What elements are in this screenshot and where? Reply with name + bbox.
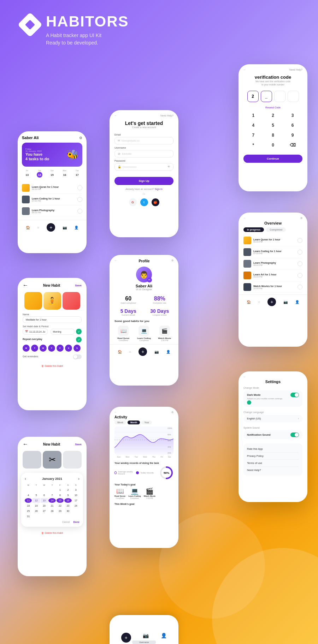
cal-day-sat[interactable]: Sat 14 xyxy=(34,169,45,178)
ov-checkbox[interactable] xyxy=(298,238,302,243)
avatar-edit-button[interactable]: ✏ xyxy=(147,278,152,282)
day-t[interactable]: T xyxy=(31,345,38,352)
cal-day-13[interactable]: 13 xyxy=(41,498,48,503)
cal-day-16[interactable]: 16 xyxy=(64,498,71,503)
cal-day-mon[interactable]: Mon 16 xyxy=(59,169,70,178)
numpad-1[interactable]: 1 xyxy=(243,112,263,119)
password-input[interactable]: 🔒 •••••••••••••••• 👁 xyxy=(114,163,173,171)
save-button[interactable]: Save xyxy=(75,443,82,446)
cal-day-11[interactable]: 11 xyxy=(25,498,32,503)
help-link[interactable]: Need Help? xyxy=(247,467,299,473)
back-icon[interactable]: ← xyxy=(243,217,246,220)
privacy-link[interactable]: Privacy Policy xyxy=(247,453,299,460)
task-item[interactable]: Learn Photography 08:00 PM xyxy=(22,205,82,217)
partial-profile-icon[interactable]: 👤 xyxy=(161,633,167,643)
nav-add-button[interactable]: + xyxy=(139,347,147,356)
nav-add-button[interactable]: + xyxy=(47,223,55,232)
email-input[interactable]: ✉ Nreeqastudio.co xyxy=(114,137,173,144)
cal-day-4[interactable]: 4 xyxy=(25,493,32,497)
back-icon[interactable]: ← xyxy=(114,114,117,117)
cal-day-26[interactable]: 26 xyxy=(33,509,40,513)
cal-day-7[interactable]: 7 xyxy=(48,493,55,497)
tg-quran[interactable]: 📖 Read Quran Completed xyxy=(114,487,125,499)
cal-day-31[interactable]: 31 xyxy=(25,514,32,519)
cal-day-20[interactable]: 20 xyxy=(41,503,48,508)
numpad-backspace[interactable]: ⌫ xyxy=(283,141,302,149)
signin-action[interactable]: Sign In xyxy=(155,188,163,190)
task-checkbox[interactable] xyxy=(77,197,82,202)
cal-day-12[interactable]: 12 xyxy=(33,498,40,503)
task-item[interactable]: Learn Coding for 1 hour 07:00 PM xyxy=(22,194,82,205)
tg-coding[interactable]: 💻 Learn Coding Completed xyxy=(128,487,141,499)
back-icon[interactable]: ← xyxy=(114,411,117,414)
numpad-star[interactable]: * xyxy=(243,141,263,149)
code-box-4[interactable] xyxy=(288,91,299,102)
cal-day-3[interactable]: 3 xyxy=(72,488,80,492)
cal-day-tue[interactable]: Tue 17 xyxy=(72,169,82,178)
cal-day-18[interactable]: 18 xyxy=(25,503,32,508)
cal-day-14[interactable]: 14 xyxy=(48,498,55,503)
nav-photo-icon[interactable]: 📷 xyxy=(154,350,159,354)
apple-button[interactable]: 🍎 xyxy=(152,198,159,206)
numpad-2[interactable]: 2 xyxy=(263,112,283,119)
ov-task-item[interactable]: Learn Coding for 1 hour 07:00 PM xyxy=(243,246,302,258)
nav-list-icon[interactable]: ≡ xyxy=(37,226,40,229)
settings-icon[interactable]: ⚙ xyxy=(300,217,302,220)
back-icon[interactable]: ← xyxy=(114,259,117,263)
cal-day-29[interactable]: 29 xyxy=(57,509,64,513)
cal-next-button[interactable]: › xyxy=(78,476,80,481)
back-icon[interactable]: ← xyxy=(23,441,28,447)
code-box-2[interactable]: _ xyxy=(261,91,272,102)
dark-mode-toggle[interactable] xyxy=(290,393,299,397)
resend-link[interactable]: Resend Code xyxy=(238,106,307,109)
numpad-3[interactable]: 3 xyxy=(283,112,302,119)
save-button[interactable]: Save xyxy=(75,284,82,287)
home-settings-icon[interactable]: ⚙ xyxy=(79,136,82,140)
ov-task-item[interactable]: Learn Photography 08:00 PM xyxy=(243,258,302,270)
cal-day-24[interactable]: 24 xyxy=(72,503,80,508)
partial-add-button[interactable]: + xyxy=(121,633,131,643)
nav-home-icon[interactable]: 🏠 xyxy=(26,226,30,229)
username-input[interactable]: @ Eastudio xyxy=(114,150,173,157)
cal-day-23[interactable]: 23 xyxy=(64,503,71,508)
task-checkbox[interactable] xyxy=(77,209,82,214)
settings-icon[interactable]: ⚙ xyxy=(171,259,173,263)
code-box-3[interactable] xyxy=(274,91,285,102)
done-button[interactable]: Done xyxy=(73,521,80,523)
ov-checkbox[interactable] xyxy=(298,261,302,266)
need-help-link[interactable]: Need Help? xyxy=(160,114,173,117)
tg-movie[interactable]: 🎬 Watch Movie 1:00 PM xyxy=(144,487,155,499)
cal-day-5[interactable]: 5 xyxy=(33,493,40,497)
day-s[interactable]: S xyxy=(65,345,72,352)
terms-link[interactable]: Terms of use xyxy=(247,460,299,467)
cal-day-10[interactable]: 10 xyxy=(72,493,80,497)
cal-day-2[interactable]: 2 xyxy=(64,488,71,492)
tab-completed[interactable]: Completed xyxy=(266,227,286,232)
delete-button[interactable]: 🗑 Delete this Habit xyxy=(18,363,87,369)
cal-day-15[interactable]: 15 xyxy=(57,498,64,503)
habit-card-quran[interactable]: 📖 Read Quran Completed xyxy=(114,326,132,341)
numpad-6[interactable]: 6 xyxy=(283,121,302,129)
day-w[interactable]: W xyxy=(40,345,47,352)
task-item[interactable]: Learn Quran for 1 hour 06:00 PM xyxy=(22,182,82,194)
tab-month[interactable]: Month xyxy=(128,421,140,424)
cal-day-17[interactable]: 17 xyxy=(72,498,80,503)
cal-day-9[interactable]: 9 xyxy=(64,493,71,497)
continue-button[interactable]: Continue xyxy=(243,155,302,163)
period-input[interactable]: Morning xyxy=(51,329,75,335)
back-icon[interactable]: ← xyxy=(23,282,28,288)
nav-home-icon[interactable]: 🏠 xyxy=(247,300,251,304)
cal-day-sun[interactable]: Sun 15 xyxy=(47,169,57,178)
numpad-7[interactable]: 7 xyxy=(243,131,263,139)
nav-profile-icon[interactable]: 👤 xyxy=(74,226,78,229)
cal-day-22[interactable]: 22 xyxy=(57,503,64,508)
numpad-9[interactable]: 9 xyxy=(283,131,302,139)
code-box-1[interactable]: 2 xyxy=(247,91,259,102)
numpad-8[interactable]: 8 xyxy=(263,131,283,139)
numpad-4[interactable]: 4 xyxy=(243,121,263,129)
cal-day-27[interactable]: 27 xyxy=(41,509,48,513)
confirm-check[interactable]: ✓ xyxy=(76,329,82,334)
name-input[interactable]: Meditate for 1 hour xyxy=(23,316,82,323)
nav-profile-icon[interactable]: 👤 xyxy=(166,350,170,354)
cal-day-25[interactable]: 25 xyxy=(25,509,32,513)
